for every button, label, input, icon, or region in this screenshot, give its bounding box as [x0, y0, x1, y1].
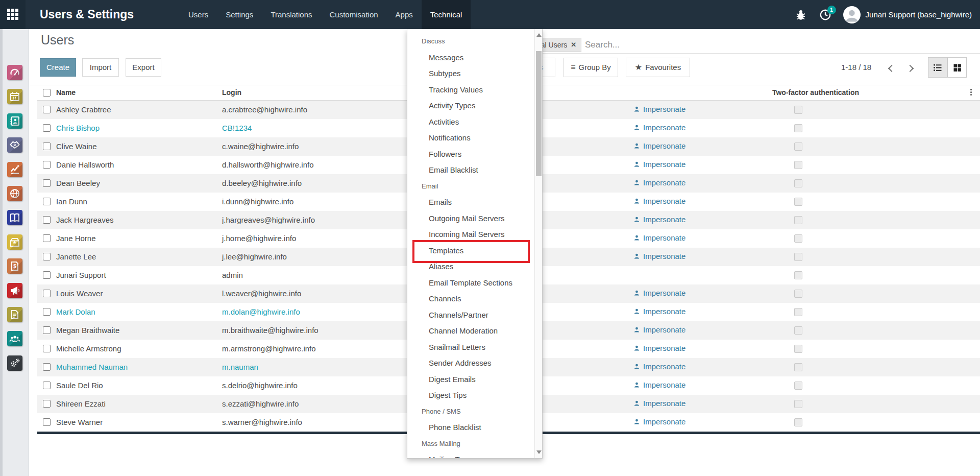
dropdown-menu-item[interactable]: Email [407, 178, 534, 195]
user-menu[interactable]: Junari Support (base_highwire) [866, 10, 972, 19]
dropdown-menu-item[interactable]: Tracking Values [407, 82, 534, 98]
row-checkbox[interactable] [43, 161, 51, 169]
group-by-button[interactable]: ≡Group By [564, 58, 618, 77]
app-icon[interactable] [7, 162, 22, 177]
column-header-login[interactable]: Login [222, 88, 241, 97]
dropdown-menu-item[interactable]: Emails [407, 194, 534, 210]
app-icon[interactable] [7, 186, 22, 201]
create-button[interactable]: Create [40, 58, 76, 77]
dropdown-menu-item[interactable]: Activity Types [407, 98, 534, 114]
impersonate-link[interactable]: Impersonate [633, 344, 685, 352]
impersonate-link[interactable]: Impersonate [633, 197, 685, 205]
scroll-up-arrow-icon[interactable] [536, 33, 542, 37]
dropdown-menu-item[interactable]: Digest Tips [407, 387, 534, 403]
app-icon[interactable] [7, 65, 22, 80]
dropdown-menu-item[interactable]: Channels/Partner [407, 307, 534, 323]
favourites-button[interactable]: ★Favourites [626, 58, 690, 77]
dropdown-menu-item[interactable]: Email Blacklist [407, 162, 534, 178]
impersonate-link[interactable]: Impersonate [633, 325, 685, 334]
column-header-name[interactable]: Name [56, 88, 76, 97]
row-checkbox[interactable] [43, 326, 51, 334]
impersonate-link[interactable]: Impersonate [633, 380, 685, 389]
row-checkbox[interactable] [43, 418, 51, 426]
dropdown-menu-item[interactable]: Snailmail Letters [407, 339, 534, 355]
bug-icon[interactable] [794, 8, 807, 21]
dropdown-menu-item[interactable]: Incoming Mail Servers [407, 226, 534, 243]
dropdown-menu-item[interactable]: Email Template Sections [407, 275, 534, 291]
dropdown-menu-item[interactable]: Subtypes [407, 65, 534, 82]
row-checkbox[interactable] [43, 253, 51, 260]
row-checkbox[interactable] [43, 382, 51, 389]
app-icon[interactable] [7, 331, 22, 346]
dropdown-menu-item[interactable]: Templates [407, 243, 534, 259]
dropdown-menu-item[interactable]: Followers [407, 146, 534, 162]
dropdown-menu-item[interactable]: Discuss [407, 33, 534, 50]
kanban-view-button[interactable] [947, 57, 967, 78]
app-icon[interactable] [7, 355, 22, 371]
impersonate-link[interactable]: Impersonate [633, 160, 685, 169]
impersonate-link[interactable]: Impersonate [633, 141, 685, 150]
row-checkbox[interactable] [43, 142, 51, 150]
nav-item[interactable]: Settings [217, 0, 262, 29]
row-checkbox[interactable] [43, 106, 51, 113]
optional-columns-icon[interactable] [970, 89, 972, 96]
impersonate-link[interactable]: Impersonate [633, 307, 685, 316]
select-all-checkbox[interactable] [43, 89, 51, 97]
impersonate-link[interactable]: Impersonate [633, 399, 685, 408]
pager-next-button[interactable] [906, 65, 914, 72]
export-button[interactable]: Export [126, 58, 161, 77]
import-button[interactable]: Import [82, 58, 119, 77]
row-checkbox[interactable] [43, 363, 51, 371]
dropdown-menu-item[interactable]: Channel Moderation [407, 323, 534, 339]
impersonate-link[interactable]: Impersonate [633, 233, 685, 242]
app-icon[interactable] [7, 258, 22, 274]
impersonate-link[interactable]: Impersonate [633, 252, 685, 260]
row-checkbox[interactable] [43, 271, 51, 279]
dropdown-menu-item[interactable]: Activities [407, 114, 534, 130]
app-icon[interactable] [7, 113, 22, 129]
dropdown-menu-item[interactable]: Mass Mailing [407, 436, 534, 452]
row-checkbox[interactable] [43, 308, 51, 316]
impersonate-link[interactable]: Impersonate [633, 105, 685, 113]
dropdown-menu-item[interactable]: Messages [407, 50, 534, 66]
dropdown-menu-item[interactable]: Aliases [407, 258, 534, 275]
dropdown-menu-item[interactable]: Mailing Traces [407, 451, 534, 459]
row-checkbox[interactable] [43, 216, 51, 224]
row-checkbox[interactable] [43, 198, 51, 205]
row-checkbox[interactable] [43, 124, 51, 132]
impersonate-link[interactable]: Impersonate [633, 215, 685, 224]
column-header-twofa[interactable]: Two-factor authentication [714, 88, 918, 97]
row-checkbox[interactable] [43, 345, 51, 352]
impersonate-link[interactable]: Impersonate [633, 289, 685, 297]
apps-grid-icon[interactable] [7, 9, 19, 21]
dropdown-menu-item[interactable]: Sender Addresses [407, 355, 534, 371]
app-icon[interactable] [7, 210, 22, 225]
nav-item[interactable]: Customisation [321, 0, 387, 29]
facet-remove-icon[interactable]: ✕ [571, 38, 576, 52]
row-checkbox[interactable] [43, 234, 51, 242]
list-view-button[interactable] [928, 57, 947, 78]
app-icon[interactable] [7, 89, 22, 104]
search-input[interactable] [585, 38, 789, 52]
impersonate-link[interactable]: Impersonate [633, 178, 685, 187]
scroll-down-arrow-icon[interactable] [536, 450, 542, 454]
dropdown-menu-item[interactable]: Outgoing Mail Servers [407, 210, 534, 227]
row-checkbox[interactable] [43, 400, 51, 408]
nav-item[interactable]: Apps [387, 0, 422, 29]
row-checkbox[interactable] [43, 290, 51, 297]
impersonate-link[interactable]: Impersonate [633, 417, 685, 426]
app-icon[interactable] [7, 137, 22, 153]
dropdown-menu-item[interactable]: Digest Emails [407, 371, 534, 388]
scrollbar-thumb[interactable] [536, 51, 542, 176]
avatar[interactable] [843, 6, 861, 23]
dropdown-menu-item[interactable]: Channels [407, 291, 534, 307]
nav-item[interactable]: Users [180, 0, 217, 29]
row-checkbox[interactable] [43, 179, 51, 187]
app-icon[interactable] [7, 283, 22, 298]
activity-clock-icon[interactable]: 1 [819, 8, 832, 21]
nav-item[interactable]: Translations [262, 0, 321, 29]
impersonate-link[interactable]: Impersonate [633, 362, 685, 371]
app-icon[interactable] [7, 307, 22, 322]
app-icon[interactable] [7, 234, 22, 250]
nav-item[interactable]: Technical [422, 0, 471, 29]
